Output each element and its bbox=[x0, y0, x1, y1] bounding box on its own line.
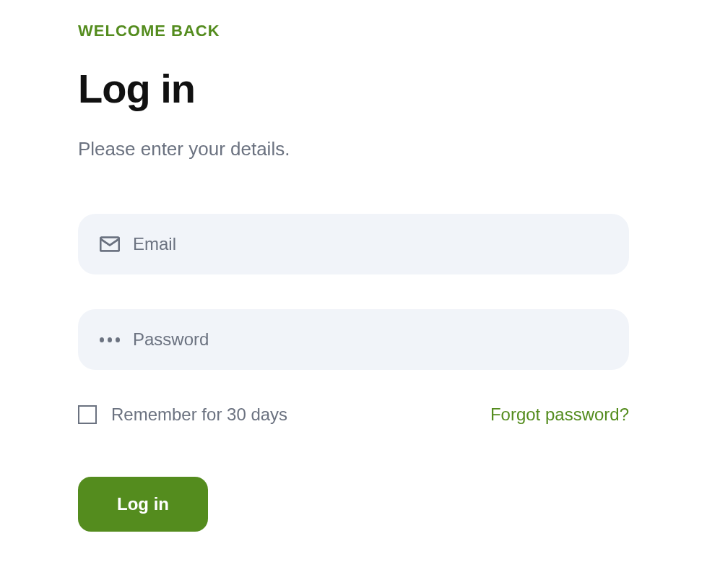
password-icon bbox=[100, 329, 120, 350]
page-title: Log in bbox=[78, 65, 629, 112]
email-input[interactable] bbox=[133, 234, 607, 254]
options-row: Remember for 30 days Forgot password? bbox=[78, 405, 629, 425]
login-form: WELCOME BACK Log in Please enter your de… bbox=[78, 22, 629, 532]
forgot-password-link[interactable]: Forgot password? bbox=[490, 405, 629, 425]
subtitle: Please enter your details. bbox=[78, 138, 629, 160]
password-input[interactable] bbox=[133, 329, 607, 350]
remember-checkbox[interactable] bbox=[78, 405, 97, 424]
password-field-wrapper[interactable] bbox=[78, 309, 629, 370]
login-button[interactable]: Log in bbox=[78, 477, 208, 532]
email-icon bbox=[100, 234, 120, 254]
remember-checkbox-wrapper[interactable]: Remember for 30 days bbox=[78, 405, 287, 425]
email-field-wrapper[interactable] bbox=[78, 214, 629, 274]
welcome-text: WELCOME BACK bbox=[78, 22, 629, 40]
remember-label: Remember for 30 days bbox=[111, 405, 287, 425]
